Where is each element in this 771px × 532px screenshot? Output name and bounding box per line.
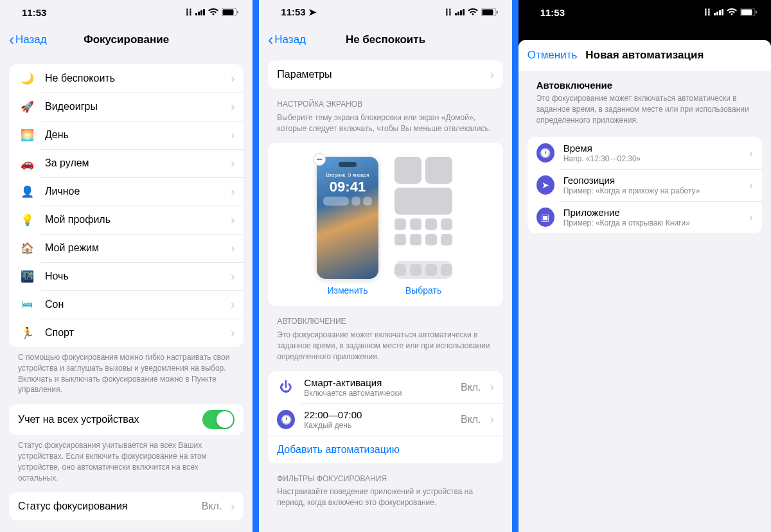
svg-rect-5	[497, 11, 498, 13]
remove-icon[interactable]: −	[313, 153, 326, 166]
chevron-right-icon: ›	[231, 213, 235, 227]
mode-icon: 🌃	[18, 270, 36, 283]
mode-icon: 🏠	[18, 242, 36, 255]
nav-icon: ➤	[536, 175, 554, 195]
filters-desc: Настраивайте поведение приложений и устр…	[268, 486, 502, 508]
lockscreen-col: − Вторник, 9 января 09:41 Изменить	[317, 157, 378, 296]
choose-link[interactable]: Выбрать	[405, 285, 441, 296]
section-title: Автовключение	[536, 80, 753, 91]
sync-toggle[interactable]	[202, 410, 235, 429]
sched-label: 22:00—07:00	[304, 409, 452, 420]
screens-card: − Вторник, 9 января 09:41 Изменить	[268, 143, 502, 306]
location-icon: ➤	[308, 6, 317, 17]
status-time: 11:53 ➤	[281, 6, 317, 18]
chevron-right-icon: ›	[231, 185, 235, 199]
wifi-icon	[727, 7, 737, 18]
automation-option-row[interactable]: 🕐 Время Напр. «12:30—02:30» ›	[527, 137, 762, 169]
status-card: Статус фокусирования Вкл. ›	[9, 492, 244, 520]
screens-desc: Выберите тему экрана блокировки или экра…	[268, 112, 502, 134]
chevron-right-icon: ›	[231, 129, 235, 142]
signal-icon	[455, 9, 465, 15]
focus-mode-row[interactable]: 🏠 Мой режим ›	[9, 234, 244, 262]
mode-label: Ночь	[45, 270, 222, 282]
smart-sub: Включается автоматически	[304, 389, 452, 398]
back-label: Назад	[274, 33, 306, 46]
focus-mode-row[interactable]: 🏃 Спорт ›	[9, 319, 244, 347]
status-row[interactable]: Статус фокусирования Вкл. ›	[9, 492, 244, 520]
content-scroll[interactable]: Параметры › НАСТРОЙКА ЭКРАНОВ Выберите т…	[259, 55, 511, 532]
focus-mode-row[interactable]: 💡 Мой профиль ›	[9, 206, 244, 234]
chevron-right-icon: ›	[490, 412, 494, 426]
mode-icon: 🚗	[18, 157, 36, 170]
focus-mode-row[interactable]: 🚀 Видеоигры ›	[9, 93, 244, 121]
focus-mode-row[interactable]: 🚗 За рулем ›	[9, 149, 244, 177]
sync-row[interactable]: Учет на всех устройствах	[9, 404, 244, 435]
status-indicators: ⁞⁞	[445, 6, 498, 18]
back-button[interactable]: ‹ Назад	[9, 32, 47, 48]
auto-card: ⏻ Смарт-активация Включается автоматичес…	[268, 371, 502, 463]
lockscreen-preview[interactable]: − Вторник, 9 января 09:41	[317, 157, 378, 279]
navbar: ‹ Назад Фокусирование	[0, 24, 253, 55]
focus-mode-row[interactable]: 🌅 День ›	[9, 121, 244, 149]
option-sub: Пример: «Когда я прихожу на работу»	[563, 186, 740, 195]
status-label: Статус фокусирования	[18, 501, 193, 512]
focus-mode-row[interactable]: 👤 Личное ›	[9, 177, 244, 206]
params-row[interactable]: Параметры ›	[268, 60, 502, 89]
mode-label: Мой режим	[45, 242, 222, 254]
automation-option-row[interactable]: ➤ Геопозиция Пример: «Когда я прихожу на…	[527, 169, 762, 201]
mode-icon: 🏃	[18, 326, 36, 340]
back-label: Назад	[15, 33, 47, 46]
status-bar: 11:53 ➤ ⁞⁞	[259, 0, 511, 24]
smart-value: Вкл.	[461, 382, 481, 393]
mode-label: Спорт	[45, 327, 222, 339]
lock-date: Вторник, 9 января	[317, 172, 378, 178]
section-desc: Это фокусирование может включаться автом…	[536, 93, 753, 125]
mode-label: День	[45, 129, 222, 141]
content-scroll[interactable]: 🌙 Не беспокоить ›🚀 Видеоигры ›🌅 День ›🚗 …	[0, 55, 253, 532]
phone-new-automation: 11:53 ⁞⁞ Отменить Новая автоматизация Ав…	[518, 0, 771, 532]
navbar: Отменить Новая автоматизация	[518, 40, 771, 71]
content-scroll[interactable]: Автовключение Это фокусирование может вк…	[518, 71, 771, 532]
dual-sim-icon: ⁞⁞	[445, 6, 452, 18]
option-label: Приложение	[563, 207, 740, 218]
option-sub: Пример: «Когда я открываю Книги»	[563, 218, 740, 227]
mode-icon: 🛏	[18, 298, 36, 311]
auto-desc: Это фокусирование может включаться автом…	[268, 330, 502, 362]
notch-icon	[339, 162, 357, 167]
dual-sim-icon: ⁞⁞	[186, 6, 192, 18]
chevron-left-icon: ‹	[268, 32, 273, 48]
sync-card: Учет на всех устройствах	[9, 404, 244, 435]
mode-icon: 🚀	[18, 100, 36, 114]
cancel-button[interactable]: Отменить	[527, 49, 578, 62]
automation-option-row[interactable]: ▣ Приложение Пример: «Когда я открываю К…	[527, 201, 762, 233]
phone-focus-list: 11:53 ⁞⁞ ‹ Назад Фокусирование 🌙 Не бесп…	[0, 0, 253, 532]
focus-mode-row[interactable]: 🛏 Сон ›	[9, 290, 244, 319]
params-card: Параметры ›	[268, 60, 502, 89]
sync-footer: Статус фокусирования учитывается на всех…	[9, 435, 244, 483]
smart-activation-row[interactable]: ⏻ Смарт-активация Включается автоматичес…	[268, 371, 502, 403]
mode-label: Сон	[45, 299, 222, 310]
smart-label: Смарт-активация	[304, 377, 452, 388]
chevron-right-icon: ›	[231, 326, 235, 340]
add-automation-link[interactable]: Добавить автоматизацию	[268, 436, 502, 463]
auto-header: АВТОВКЛЮЧЕНИЕ	[268, 306, 502, 330]
focus-mode-row[interactable]: 🌃 Ночь ›	[9, 262, 244, 290]
focus-mode-row[interactable]: 🌙 Не беспокоить ›	[9, 64, 244, 93]
schedule-row[interactable]: 🕐 22:00—07:00 Каждый день Вкл. ›	[268, 403, 502, 436]
battery-icon	[481, 7, 498, 18]
chevron-right-icon: ›	[231, 100, 235, 114]
signal-icon	[714, 9, 723, 15]
params-label: Параметры	[277, 69, 481, 80]
option-label: Геопозиция	[563, 175, 740, 186]
chevron-right-icon: ›	[231, 72, 235, 85]
mode-label: За рулем	[45, 157, 222, 169]
back-button[interactable]: ‹ Назад	[268, 32, 306, 48]
chevron-right-icon: ›	[231, 298, 235, 312]
homescreen-col: Выбрать	[393, 157, 454, 296]
change-link[interactable]: Изменить	[327, 285, 368, 296]
svg-rect-8	[756, 11, 757, 13]
mode-icon: 🌙	[18, 72, 36, 85]
homescreen-preview[interactable]	[393, 157, 454, 279]
chevron-right-icon: ›	[749, 211, 753, 224]
chevron-right-icon: ›	[490, 68, 494, 82]
